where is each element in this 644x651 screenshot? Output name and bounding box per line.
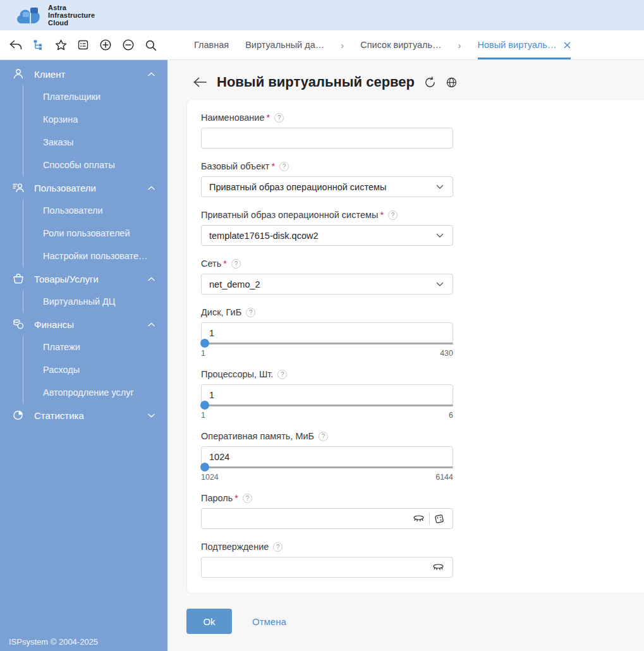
sidebar-item-cart[interactable]: Корзина [23, 108, 167, 131]
sidebar-item-virtual-dc[interactable]: Виртуальный ДЦ [23, 290, 167, 313]
network-select[interactable]: net_demo_2 [201, 274, 453, 295]
products-icon [11, 272, 25, 285]
sidebar-subitems-products: Виртуальный ДЦ [23, 290, 167, 313]
toolbar-icons [0, 30, 167, 59]
page-back-arrow-icon[interactable] [193, 76, 207, 88]
slider-min-label: 1 [201, 349, 205, 358]
sidebar-item-orders[interactable]: Заказы [23, 131, 167, 154]
field-label: Пароль [201, 493, 233, 503]
help-icon[interactable]: ? [274, 113, 284, 123]
sidebar-item-user-roles[interactable]: Роли пользователей [23, 222, 167, 245]
chevron-up-icon [148, 322, 155, 327]
tab-close-icon[interactable] [564, 42, 571, 49]
cpu-slider-handle[interactable] [200, 401, 209, 410]
main-content: Новый виртуальный сервер Наименовани [167, 60, 644, 651]
chevron-down-icon [148, 413, 155, 418]
cpu-slider-track[interactable] [201, 405, 453, 406]
generate-password-dice-icon[interactable] [430, 513, 449, 525]
disk-slider-handle[interactable] [200, 339, 209, 348]
field-label: Сеть [201, 259, 221, 269]
selected-value: net_demo_2 [209, 279, 260, 289]
ram-slider-track[interactable] [201, 466, 453, 468]
sidebar-subitems-client: Плательщики Корзина Заказы Способы оплат… [23, 85, 167, 176]
private-image-select[interactable]: template17615-disk.qcow2 [201, 225, 453, 246]
sidebar-section-products[interactable]: Товары/Услуги [0, 267, 167, 290]
slider-max-label: 6 [449, 411, 453, 420]
sidebar-section-statistics[interactable]: Статистика [0, 404, 167, 427]
page-title: Новый виртуальный сервер [217, 74, 415, 90]
help-icon[interactable]: ? [319, 432, 328, 441]
help-icon[interactable]: ? [273, 542, 283, 552]
users-icon [11, 181, 25, 194]
sidebar-section-finance[interactable]: Финансы [0, 313, 167, 336]
cpu-count-input[interactable] [201, 384, 453, 405]
back-arrow-icon[interactable] [9, 37, 22, 52]
ram-slider-handle[interactable] [200, 463, 209, 472]
help-icon[interactable]: ? [231, 259, 241, 269]
selected-value: template17615-disk.qcow2 [209, 231, 319, 241]
top-brand-bar: Astra Infrastructure Cloud [0, 0, 644, 30]
field-base-object: Базовый объект * ? Приватный образ опера… [201, 161, 453, 197]
refresh-icon[interactable] [424, 76, 436, 88]
chevron-down-icon [436, 233, 444, 238]
tasks-clipboard-icon[interactable] [76, 37, 90, 52]
field-password-confirm: Подтверждение ? [201, 542, 453, 578]
sidebar-item-payments[interactable]: Платежи [23, 336, 167, 358]
sidebar-item-users[interactable]: Пользователи [23, 199, 167, 222]
sidebar-section-label: Финансы [34, 319, 139, 330]
field-label: Подтверждение [201, 542, 269, 552]
help-icon[interactable]: ? [277, 370, 287, 379]
cancel-link[interactable]: Отмена [252, 616, 286, 627]
ok-button[interactable]: Ok [186, 609, 232, 634]
field-network: Сеть * ? net_demo_2 [201, 259, 453, 295]
search-icon[interactable] [144, 37, 157, 52]
base-object-select[interactable]: Приватный образ операционной системы [201, 176, 453, 197]
disk-slider-track[interactable] [201, 343, 453, 344]
password-input[interactable] [202, 509, 408, 528]
disk-size-input[interactable] [201, 322, 453, 343]
required-marker: * [380, 210, 384, 220]
eye-closed-icon[interactable] [428, 563, 449, 572]
field-label: Базовый объект [201, 161, 269, 171]
form-actions: Ok Отмена [186, 609, 644, 634]
required-marker: * [223, 259, 227, 269]
field-disk: Диск, ГиБ ? 1 430 [201, 307, 453, 358]
sidebar-section-client[interactable]: Клиент [0, 63, 167, 85]
sidebar-item-payment-methods[interactable]: Способы оплаты [23, 154, 167, 176]
language-globe-icon[interactable] [446, 76, 458, 88]
eye-closed-icon[interactable] [408, 514, 429, 523]
finance-icon [11, 318, 25, 331]
plus-circle-icon[interactable] [99, 37, 112, 52]
name-input[interactable] [201, 128, 453, 149]
chevron-down-icon [436, 282, 444, 287]
tab-home[interactable]: Главная [194, 30, 229, 59]
field-label: Приватный образ операционной системы [201, 210, 378, 220]
breadcrumb-tabs: Главная Виртуальный да… › Список виртуал… [167, 30, 571, 59]
sidebar-section-label: Клиент [34, 69, 139, 80]
client-icon [11, 68, 25, 80]
breadcrumb-separator: › [341, 40, 344, 51]
field-label: Оперативная память, МиБ [201, 431, 314, 441]
sidebar-item-auto-renewal[interactable]: Автопродление услуг [23, 381, 167, 404]
tree-view-icon[interactable] [32, 37, 45, 52]
sidebar-item-user-settings[interactable]: Настройки пользовате… [23, 245, 167, 267]
sidebar-menu: Клиент Плательщики Корзина Заказы Способ… [0, 60, 167, 427]
sidebar-item-payers[interactable]: Плательщики [23, 85, 167, 108]
tab-virtual-dc[interactable]: Виртуальный да… [245, 30, 324, 59]
help-icon[interactable]: ? [279, 162, 289, 171]
password-confirm-input[interactable] [202, 557, 428, 577]
tab-server-list[interactable]: Список виртуаль… [360, 30, 441, 59]
sidebar-subitems-users: Пользователи Роли пользователей Настройк… [23, 199, 167, 267]
ram-size-input[interactable] [201, 446, 453, 467]
sidebar-subitems-finance: Платежи Расходы Автопродление услуг [23, 336, 167, 404]
help-icon[interactable]: ? [388, 210, 398, 220]
tab-new-virtual-server[interactable]: Новый виртуаль… [478, 30, 571, 59]
sidebar-item-expenses[interactable]: Расходы [23, 358, 167, 381]
brand-title: Astra Infrastructure Cloud [48, 4, 95, 27]
minus-circle-icon[interactable] [122, 37, 135, 52]
help-icon[interactable]: ? [246, 308, 255, 317]
favorites-star-icon[interactable] [54, 37, 68, 52]
slider-min-label: 1 [201, 411, 205, 420]
help-icon[interactable]: ? [243, 494, 252, 503]
sidebar-section-users[interactable]: Пользователи [0, 176, 167, 199]
